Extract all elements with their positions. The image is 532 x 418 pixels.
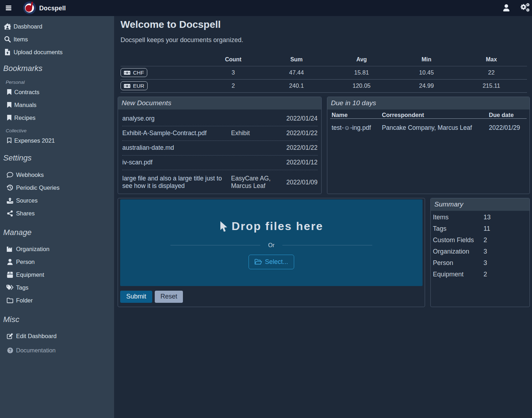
- svg-text:?: ?: [9, 348, 11, 353]
